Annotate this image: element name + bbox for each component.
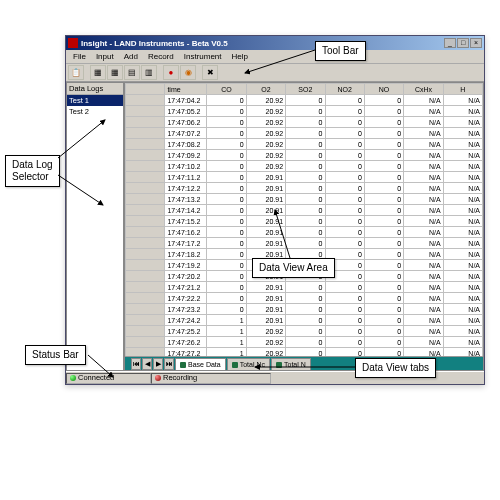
- cell[interactable]: 20.91: [246, 216, 285, 227]
- cell[interactable]: N/A: [443, 315, 482, 326]
- toolbar-grid2-icon[interactable]: ▦: [107, 65, 123, 80]
- cell[interactable]: N/A: [404, 227, 443, 238]
- cell[interactable]: 0: [286, 304, 325, 315]
- cell[interactable]: 17:47:16.2: [165, 227, 207, 238]
- tab-nav-prev[interactable]: ◀: [142, 358, 152, 370]
- cell[interactable]: 0: [325, 194, 364, 205]
- cell[interactable]: 0: [325, 282, 364, 293]
- cell[interactable]: 0: [286, 106, 325, 117]
- cell[interactable]: 17:47:24.2: [165, 315, 207, 326]
- cell[interactable]: 1: [207, 337, 246, 348]
- menu-file[interactable]: File: [68, 52, 91, 61]
- cell[interactable]: 20.92: [246, 161, 285, 172]
- cell[interactable]: 17:47:05.2: [165, 106, 207, 117]
- cell[interactable]: 0: [286, 205, 325, 216]
- cell[interactable]: 0: [286, 95, 325, 106]
- table-row[interactable]: 17:47:10.2020.92000N/AN/A: [126, 161, 483, 172]
- cell[interactable]: 0: [325, 172, 364, 183]
- table-row[interactable]: 17:47:12.2020.91000N/AN/A: [126, 183, 483, 194]
- cell[interactable]: N/A: [443, 238, 482, 249]
- cell[interactable]: 17:47:23.2: [165, 304, 207, 315]
- cell[interactable]: 17:47:20.2: [165, 271, 207, 282]
- cell[interactable]: N/A: [404, 106, 443, 117]
- cell[interactable]: N/A: [404, 95, 443, 106]
- cell[interactable]: 17:47:17.2: [165, 238, 207, 249]
- table-row[interactable]: 17:47:24.2120.91000N/AN/A: [126, 315, 483, 326]
- cell[interactable]: 0: [286, 216, 325, 227]
- cell[interactable]: 1: [207, 348, 246, 357]
- cell[interactable]: 17:47:25.2: [165, 326, 207, 337]
- menu-record[interactable]: Record: [143, 52, 179, 61]
- table-row[interactable]: 17:47:09.2020.92000N/AN/A: [126, 150, 483, 161]
- cell[interactable]: 0: [286, 348, 325, 357]
- cell[interactable]: 0: [286, 172, 325, 183]
- cell[interactable]: 0: [364, 216, 403, 227]
- cell[interactable]: N/A: [404, 216, 443, 227]
- cell[interactable]: N/A: [443, 326, 482, 337]
- cell[interactable]: 0: [325, 238, 364, 249]
- cell[interactable]: 0: [364, 326, 403, 337]
- menu-input[interactable]: Input: [91, 52, 119, 61]
- table-row[interactable]: 17:47:07.2020.92000N/AN/A: [126, 128, 483, 139]
- cell[interactable]: 17:47:15.2: [165, 216, 207, 227]
- minimize-button[interactable]: _: [444, 38, 456, 48]
- cell[interactable]: 0: [207, 249, 246, 260]
- cell[interactable]: 0: [325, 106, 364, 117]
- cell[interactable]: 20.92: [246, 117, 285, 128]
- cell[interactable]: 0: [325, 150, 364, 161]
- cell[interactable]: N/A: [443, 139, 482, 150]
- toolbar-stop-icon[interactable]: ●: [163, 65, 179, 80]
- cell[interactable]: 0: [207, 238, 246, 249]
- cell[interactable]: N/A: [443, 183, 482, 194]
- cell[interactable]: N/A: [443, 106, 482, 117]
- cell[interactable]: 20.92: [246, 106, 285, 117]
- cell[interactable]: 0: [364, 128, 403, 139]
- cell[interactable]: 0: [207, 205, 246, 216]
- cell[interactable]: 0: [364, 304, 403, 315]
- cell[interactable]: N/A: [404, 326, 443, 337]
- cell[interactable]: 0: [207, 282, 246, 293]
- cell[interactable]: N/A: [404, 128, 443, 139]
- table-row[interactable]: 17:47:26.2120.92000N/AN/A: [126, 337, 483, 348]
- cell[interactable]: 17:47:18.2: [165, 249, 207, 260]
- cell[interactable]: 17:47:26.2: [165, 337, 207, 348]
- cell[interactable]: N/A: [443, 293, 482, 304]
- cell[interactable]: 20.91: [246, 304, 285, 315]
- cell[interactable]: 0: [286, 117, 325, 128]
- tab-nav-first[interactable]: ⏮: [131, 358, 141, 370]
- cell[interactable]: 0: [325, 227, 364, 238]
- cell[interactable]: 1: [207, 315, 246, 326]
- toolbar-chart-icon[interactable]: ▥: [141, 65, 157, 80]
- cell[interactable]: 17:47:12.2: [165, 183, 207, 194]
- cell[interactable]: N/A: [404, 205, 443, 216]
- cell[interactable]: 20.92: [246, 139, 285, 150]
- cell[interactable]: 1: [207, 326, 246, 337]
- cell[interactable]: N/A: [404, 337, 443, 348]
- cell[interactable]: N/A: [443, 304, 482, 315]
- toolbar-warn-icon[interactable]: ◉: [180, 65, 196, 80]
- cell[interactable]: 0: [286, 128, 325, 139]
- cell[interactable]: 17:47:06.2: [165, 117, 207, 128]
- column-header[interactable]: H: [443, 84, 482, 95]
- maximize-button[interactable]: □: [457, 38, 469, 48]
- cell[interactable]: 0: [325, 326, 364, 337]
- cell[interactable]: N/A: [404, 150, 443, 161]
- cell[interactable]: 0: [364, 161, 403, 172]
- cell[interactable]: 20.91: [246, 205, 285, 216]
- cell[interactable]: 0: [325, 304, 364, 315]
- table-row[interactable]: 17:47:17.2020.91000N/AN/A: [126, 238, 483, 249]
- tab-nav-last[interactable]: ⏭: [164, 358, 174, 370]
- cell[interactable]: 0: [325, 216, 364, 227]
- cell[interactable]: 20.91: [246, 282, 285, 293]
- cell[interactable]: 20.91: [246, 293, 285, 304]
- cell[interactable]: N/A: [404, 183, 443, 194]
- cell[interactable]: 0: [364, 238, 403, 249]
- cell[interactable]: N/A: [443, 161, 482, 172]
- tab-total-n[interactable]: Total N: [271, 358, 311, 370]
- toolbar-grid-icon[interactable]: ▦: [90, 65, 106, 80]
- cell[interactable]: 17:47:07.2: [165, 128, 207, 139]
- menu-add[interactable]: Add: [119, 52, 143, 61]
- cell[interactable]: 17:47:13.2: [165, 194, 207, 205]
- cell[interactable]: 0: [207, 227, 246, 238]
- table-row[interactable]: 17:47:25.2120.92000N/AN/A: [126, 326, 483, 337]
